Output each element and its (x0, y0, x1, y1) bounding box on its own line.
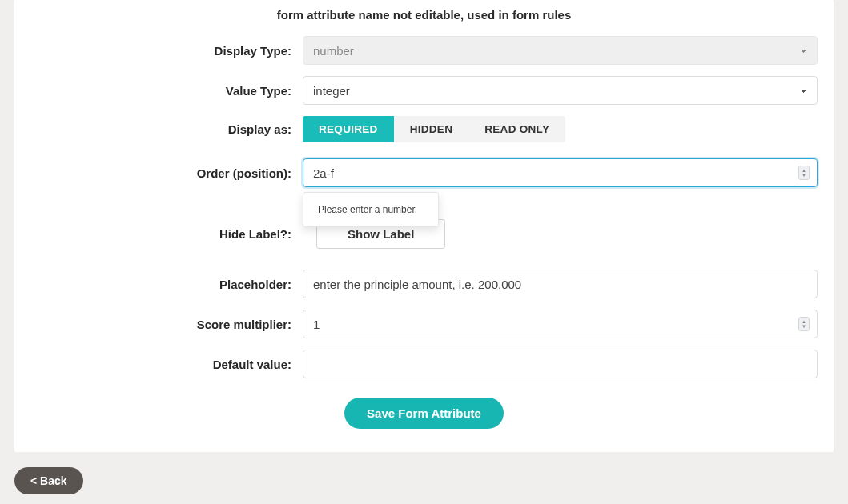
score-multiplier-input[interactable] (303, 310, 818, 338)
row-display-type: Display Type: number (30, 36, 818, 65)
save-button[interactable]: Save Form Attribute (344, 398, 504, 429)
display-as-required-button[interactable]: REQUIRED (303, 116, 394, 142)
row-score-multiplier: Score multiplier: ▲▼ (30, 310, 818, 338)
row-order: Order (position): ▲▼ Please enter a numb… (30, 158, 818, 187)
validation-tooltip: Please enter a number. (303, 192, 439, 227)
back-button[interactable]: < Back (14, 467, 83, 494)
display-type-select: number (303, 36, 818, 65)
number-spinner-icon[interactable]: ▲▼ (798, 317, 810, 331)
label-score-multiplier: Score multiplier: (30, 318, 303, 331)
form-panel: form attribute name not editable, used i… (14, 0, 834, 452)
label-display-type: Display Type: (30, 44, 303, 58)
label-value-type: Value Type: (30, 84, 303, 98)
display-as-toggle-group: REQUIRED HIDDEN READ ONLY (303, 116, 565, 142)
row-value-type: Value Type: integer (30, 76, 818, 105)
order-input[interactable] (303, 158, 818, 187)
label-placeholder: Placeholder: (30, 278, 303, 291)
display-as-hidden-button[interactable]: HIDDEN (394, 116, 469, 142)
row-display-as: Display as: REQUIRED HIDDEN READ ONLY (30, 116, 818, 142)
placeholder-input[interactable] (303, 270, 818, 298)
helper-text: form attribute name not editable, used i… (30, 0, 818, 36)
label-hide-label: Hide Label?: (30, 227, 303, 241)
number-spinner-icon[interactable]: ▲▼ (798, 166, 810, 180)
default-value-input[interactable] (303, 350, 818, 378)
label-order: Order (position): (30, 166, 303, 180)
label-default-value: Default value: (30, 358, 303, 371)
label-display-as: Display as: (30, 122, 303, 136)
display-as-readonly-button[interactable]: READ ONLY (468, 116, 565, 142)
row-placeholder: Placeholder: (30, 270, 818, 298)
value-type-select[interactable]: integer (303, 76, 818, 105)
row-default-value: Default value: (30, 350, 818, 378)
